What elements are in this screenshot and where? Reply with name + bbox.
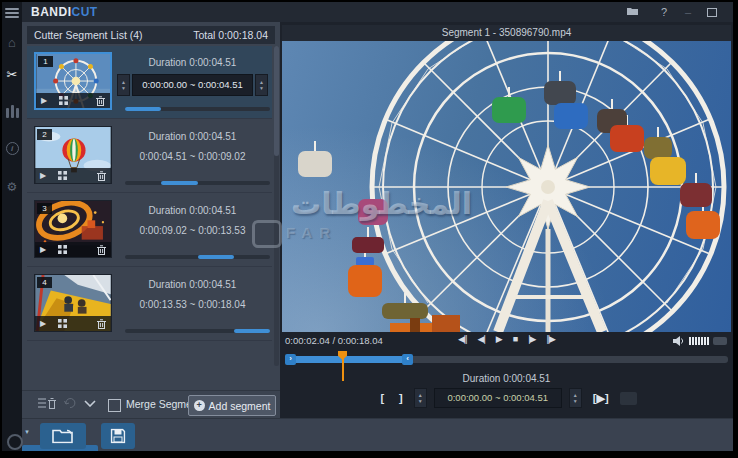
grid-icon[interactable] <box>58 245 67 254</box>
play-button[interactable]: ▶ <box>496 334 502 344</box>
play-icon[interactable]: ▶ <box>40 171 46 180</box>
segment-number-badge: 3 <box>37 203 52 214</box>
sidebar: ⌂ ✂ i ⚙ <box>2 2 22 451</box>
segment-list-footer: Merge Segments + Add segment <box>22 390 280 419</box>
segment-progress <box>125 255 270 259</box>
segment-range: 0:00:13.53 ~ 0:00:18.04 <box>117 299 268 310</box>
segment-range-input[interactable]: 0:00:00.00 ~ 0:00:04.51 <box>132 74 253 96</box>
segment-thumbnail[interactable]: 1 ▶ <box>34 52 112 110</box>
play-icon[interactable]: ▶ <box>40 245 46 254</box>
segment-duration: Duration 0:00:04.51 <box>117 57 268 68</box>
segment-thumbnail[interactable]: 4 ▶ <box>34 274 112 332</box>
minimize-icon[interactable]: – <box>679 4 697 20</box>
speaker-icon[interactable] <box>672 335 685 347</box>
selection-end-handle[interactable]: ‹ <box>402 354 413 365</box>
mark-in-button[interactable]: [ <box>376 392 388 404</box>
selection-start-handle[interactable]: › <box>285 354 296 365</box>
volume-level[interactable] <box>689 337 709 345</box>
segment-duration: Duration 0:00:04.51 <box>117 205 268 216</box>
range-spinner-right[interactable]: ▲▼ <box>255 74 268 96</box>
thumbnail-toolbar: ▶ <box>36 93 110 108</box>
scrollbar-thumb[interactable] <box>274 46 279 156</box>
range-spinner-left[interactable]: ▲▼ <box>117 74 130 96</box>
grid-icon[interactable] <box>59 96 68 105</box>
undo-icon[interactable] <box>64 397 76 409</box>
next-frame-button[interactable]: |▶ <box>528 334 535 344</box>
add-segment-button[interactable]: + Add segment <box>188 395 276 416</box>
play-icon[interactable]: ▶ <box>41 96 47 105</box>
segment-progress <box>125 329 270 333</box>
grid-icon[interactable] <box>58 171 67 180</box>
jump-start-button[interactable]: ◀|| <box>458 334 467 344</box>
maximize-icon[interactable] <box>703 4 721 20</box>
player-title: Segment 1 - 350896790.mp4 <box>282 25 731 41</box>
chevron-down-icon[interactable] <box>84 400 96 407</box>
folder-open-icon <box>52 429 74 444</box>
thumbnail-toolbar: ▶ <box>35 316 111 331</box>
video-preview[interactable] <box>282 41 731 332</box>
segment-row[interactable]: 2 ▶ Duration 0:00:04.51 0:00:04.51 ~ 0:0… <box>27 120 272 193</box>
segment-progress <box>125 181 270 185</box>
jump-end-button[interactable]: ||▶ <box>546 334 555 344</box>
delete-all-segments-icon[interactable] <box>38 397 56 410</box>
plus-icon: + <box>194 400 205 411</box>
selection-range-row: [ ] ▲▼ 0:00:00.00 ~ 0:00:04.51 ▲▼ [▶] <box>280 387 733 409</box>
menu-icon[interactable] <box>2 6 22 20</box>
info-icon[interactable]: i <box>2 140 22 155</box>
thumbnail-toolbar: ▶ <box>35 168 111 183</box>
player-controls: 0:00:02.04 / 0:00:18.04 ◀|| ◀| ▶ ■ |▶ ||… <box>280 333 733 350</box>
help-icon[interactable]: ? <box>655 4 673 20</box>
prev-frame-button[interactable]: ◀| <box>478 334 485 344</box>
segment-list-total: Total 0:00:18.04 <box>193 26 268 44</box>
bandicut-window: ⌂ ✂ i ⚙ BANDICUT ? – Cutter Segment List… <box>2 2 733 451</box>
trash-icon[interactable] <box>97 245 106 255</box>
open-dropdown-button[interactable]: ▾ <box>22 419 32 445</box>
volume-extra[interactable] <box>713 337 727 345</box>
titlebar: BANDICUT ? – <box>22 2 733 22</box>
status-circle-icon <box>7 434 23 450</box>
join-icon[interactable] <box>2 104 22 118</box>
segment-range: 0:00:09.02 ~ 0:00:13.53 <box>117 225 268 236</box>
segment-number-badge: 4 <box>37 277 52 288</box>
segment-row[interactable]: 1 ▶ Duration 0:00:04.51 ▲▼ 0:00:00.00 ~ … <box>27 46 272 119</box>
repeat-section-button[interactable] <box>620 392 637 405</box>
cut-icon[interactable]: ✂ <box>2 68 22 82</box>
time-display: 0:00:02.04 / 0:00:18.04 <box>285 335 383 346</box>
merge-segments-checkbox[interactable] <box>108 399 121 412</box>
open-files-icon[interactable] <box>623 4 641 20</box>
segment-duration: Duration 0:00:04.51 <box>117 279 268 290</box>
segment-list-header: Cutter Segment List (4) Total 0:00:18.04 <box>27 26 275 44</box>
thumbnail-toolbar: ▶ <box>35 242 111 257</box>
trash-icon[interactable] <box>96 96 105 106</box>
segment-progress <box>125 107 270 111</box>
trash-icon[interactable] <box>97 319 106 329</box>
segment-thumbnail[interactable]: 3 ▶ <box>34 200 112 258</box>
home-icon[interactable]: ⌂ <box>2 36 22 50</box>
range-spinner-right[interactable]: ▲▼ <box>569 388 582 408</box>
segment-number-badge: 2 <box>37 129 52 140</box>
range-spinner-left[interactable]: ▲▼ <box>414 388 427 408</box>
timeline[interactable]: › ‹ <box>285 354 728 365</box>
segment-duration: Duration 0:00:04.51 <box>117 131 268 142</box>
segment-thumbnail[interactable]: 2 ▶ <box>34 126 112 184</box>
mark-out-button[interactable]: ] <box>395 392 407 404</box>
grid-icon[interactable] <box>58 319 67 328</box>
selection-range-input[interactable]: 0:00:00.00 ~ 0:00:04.51 <box>434 388 562 408</box>
open-file-button[interactable] <box>40 423 86 449</box>
save-button[interactable] <box>101 423 135 449</box>
trash-icon[interactable] <box>97 171 106 181</box>
segment-row[interactable]: 4 ▶ Duration 0:00:04.51 0:00:13.53 ~ 0:0… <box>27 268 272 341</box>
segment-list-panel: Cutter Segment List (4) Total 0:00:18.04… <box>22 22 280 418</box>
segment-range: 0:00:04.51 ~ 0:00:09.02 <box>117 151 268 162</box>
stop-button[interactable]: ■ <box>513 334 517 344</box>
save-icon <box>111 429 126 444</box>
timeline-selection <box>285 356 412 363</box>
app-logo: BANDICUT <box>31 5 98 19</box>
bottom-bar: ▾ Start <box>22 418 733 451</box>
play-icon[interactable]: ▶ <box>40 319 46 328</box>
segment-list-title: Cutter Segment List (4) <box>34 26 143 44</box>
segment-row[interactable]: 3 ▶ Duration 0:00:04.51 0:00:09.02 ~ 0:0… <box>27 194 272 267</box>
settings-icon[interactable]: ⚙ <box>2 180 22 194</box>
selection-duration: Duration 0:00:04.51 <box>280 373 733 384</box>
play-section-button[interactable]: [▶] <box>589 392 613 405</box>
